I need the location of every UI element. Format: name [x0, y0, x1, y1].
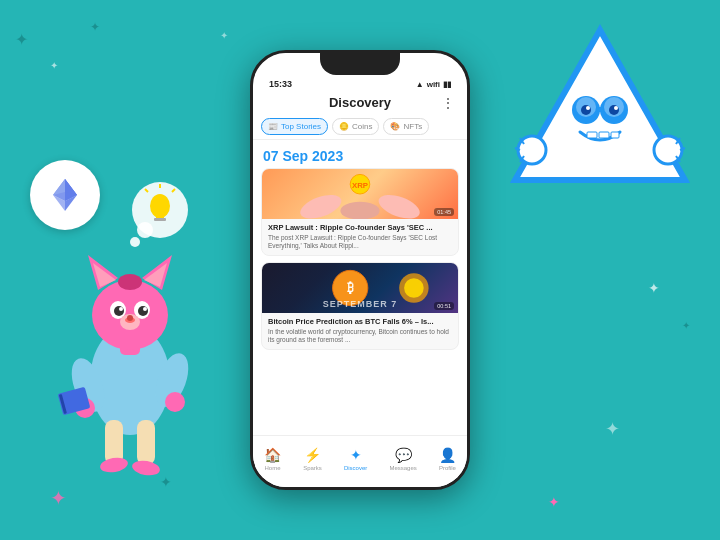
svg-point-67: [376, 190, 423, 219]
tab-top-stories[interactable]: 📰 Top Stories: [261, 118, 328, 135]
news-image-bitcoin: ₿ SEPTEMBER 7 00:51: [262, 263, 458, 313]
sparkle-9: ✦: [548, 494, 560, 510]
svg-rect-54: [599, 132, 609, 138]
svg-point-50: [586, 106, 590, 110]
sparkle-4: ✦: [648, 280, 660, 296]
bottom-nav: 🏠 Home ⚡ Sparks ✦ Discover 💬 Messages 👤: [253, 435, 467, 487]
date-header: 07 Sep 2023: [253, 140, 467, 168]
coins-icon: 🪙: [339, 122, 349, 131]
tab-nfts[interactable]: 🎨 NFTs: [383, 118, 429, 135]
phone-notch: [320, 53, 400, 75]
tab-coins[interactable]: 🪙 Coins: [332, 118, 379, 135]
svg-point-23: [165, 392, 185, 412]
eth-logo: [30, 160, 100, 230]
news-item-1[interactable]: XRP 01:45 XRP Lawsuit : Ripple Co-founde…: [261, 168, 459, 256]
news-item-2[interactable]: ₿ SEPTEMBER 7 00:51 Bitcoin Price Predic…: [261, 262, 459, 350]
news-1-time: 01:45: [434, 208, 454, 216]
bitcoin-image: ₿ SEPTEMBER 7: [262, 263, 458, 313]
svg-point-35: [143, 307, 147, 311]
svg-point-18: [99, 456, 129, 475]
home-label: Home: [265, 465, 281, 471]
app-header: Discovery ⋮: [253, 91, 467, 114]
sparkle-3: ✦: [90, 20, 100, 34]
svg-rect-11: [154, 218, 166, 221]
nfts-label: NFTs: [403, 122, 422, 131]
top-stories-icon: 📰: [268, 122, 278, 131]
sparks-icon: ⚡: [304, 447, 321, 463]
svg-point-48: [581, 105, 591, 115]
svg-point-66: [297, 190, 344, 219]
robot-character: [510, 20, 690, 220]
wifi-icon: wifi: [427, 80, 440, 89]
messages-icon: 💬: [395, 447, 412, 463]
signal-icon: ▲: [416, 80, 424, 89]
news-1-excerpt: The post XRP Lawsuit : Ripple Co-founder…: [262, 234, 458, 255]
sparks-label: Sparks: [303, 465, 322, 471]
battery-icon: ▮▮: [443, 80, 451, 89]
svg-text:XRP: XRP: [352, 181, 368, 190]
sparkle-1: ✦: [15, 30, 28, 49]
discover-icon: ✦: [350, 447, 362, 463]
sparkle-6: ✦: [605, 418, 620, 440]
svg-point-41: [118, 274, 142, 290]
nav-discover[interactable]: ✦ Discover: [344, 447, 367, 471]
profile-label: Profile: [439, 465, 456, 471]
phone-screen: 15:33 ▲ wifi ▮▮ Discovery ⋮ 📰 Top Storie…: [253, 53, 467, 487]
top-stories-label: Top Stories: [281, 122, 321, 131]
nav-home[interactable]: 🏠 Home: [264, 447, 281, 471]
svg-point-38: [127, 315, 133, 321]
profile-icon: 👤: [439, 447, 456, 463]
news-image-xrp: XRP 01:45: [262, 169, 458, 219]
discover-label: Discover: [344, 465, 367, 471]
app-title: Discovery: [329, 95, 391, 110]
svg-point-33: [138, 306, 148, 316]
phone: 15:33 ▲ wifi ▮▮ Discovery ⋮ 📰 Top Storie…: [250, 50, 470, 490]
news-2-excerpt: In the volatile world of cryptocurrency,…: [262, 328, 458, 349]
sparkle-2: ✦: [50, 60, 58, 71]
svg-point-51: [614, 106, 618, 110]
home-icon: 🏠: [264, 447, 281, 463]
svg-point-49: [609, 105, 619, 115]
status-right: ▲ wifi ▮▮: [416, 80, 451, 89]
sparkle-8: ✦: [50, 486, 67, 510]
news-1-title: XRP Lawsuit : Ripple Co-founder Says 'SE…: [262, 219, 458, 234]
svg-point-68: [340, 202, 379, 219]
svg-text:₿: ₿: [347, 280, 354, 295]
svg-point-19: [131, 459, 161, 478]
news-2-title: Bitcoin Price Prediction as BTC Falls 6%…: [262, 313, 458, 328]
tabs-bar: 📰 Top Stories 🪙 Coins 🎨 NFTs: [253, 114, 467, 140]
sparkle-10: ✦: [220, 30, 228, 41]
svg-rect-52: [596, 107, 604, 112]
svg-point-32: [114, 306, 124, 316]
svg-rect-55: [611, 132, 619, 138]
svg-point-72: [404, 278, 424, 298]
xrp-image: XRP: [262, 169, 458, 219]
sept-overlay: SEPTEMBER 7: [262, 299, 458, 309]
svg-rect-53: [587, 132, 597, 138]
nav-profile[interactable]: 👤 Profile: [439, 447, 456, 471]
svg-point-8: [130, 237, 140, 247]
nav-sparks[interactable]: ⚡ Sparks: [303, 447, 322, 471]
svg-rect-17: [137, 420, 155, 465]
nav-messages[interactable]: 💬 Messages: [389, 447, 416, 471]
more-menu-icon[interactable]: ⋮: [441, 95, 455, 111]
phone-container: 15:33 ▲ wifi ▮▮ Discovery ⋮ 📰 Top Storie…: [250, 50, 470, 490]
messages-label: Messages: [389, 465, 416, 471]
sparkle-5: ✦: [682, 320, 690, 331]
news-2-time: 00:51: [434, 302, 454, 310]
svg-point-34: [119, 307, 123, 311]
coins-label: Coins: [352, 122, 372, 131]
nfts-icon: 🎨: [390, 122, 400, 131]
svg-point-7: [137, 222, 153, 238]
status-time: 15:33: [269, 79, 292, 89]
